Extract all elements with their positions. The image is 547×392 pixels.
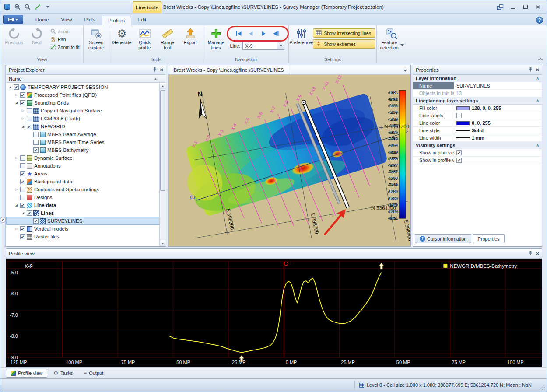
help-icon[interactable]: ?	[536, 17, 543, 24]
range-tool-button[interactable]: Range tool	[156, 26, 179, 52]
property-row-objects-in-this-layer[interactable]: Objects in this layer13	[413, 90, 542, 97]
name-column-header[interactable]: Name ▲	[6, 75, 166, 83]
expander-open-icon[interactable]: ◢	[21, 211, 25, 215]
checkbox[interactable]: ✔	[20, 203, 25, 208]
tab-cursor-information[interactable]: ?Cursor information	[415, 234, 471, 243]
close-icon[interactable]: ×	[536, 251, 539, 256]
scrollbar-thumb[interactable]	[160, 90, 165, 191]
tree-item-mbes-bathymetry[interactable]: ✔MBES-Bathymetry	[6, 146, 159, 154]
expander-closed-icon[interactable]: ▷	[14, 227, 19, 231]
generate-button[interactable]: ⚙ Generate	[111, 26, 133, 46]
first-line-button[interactable]	[234, 29, 244, 38]
tab-list-dropdown-icon[interactable]	[403, 67, 410, 73]
show-intersecting-lines-button[interactable]: Show intersecting lines	[313, 28, 375, 38]
zoom-button[interactable]: Zoom	[49, 28, 81, 35]
checkbox[interactable]	[20, 187, 25, 192]
checkbox[interactable]: ✔	[27, 124, 32, 129]
checkbox[interactable]	[27, 108, 32, 113]
feature-detection-button[interactable]: Feature detection	[378, 26, 405, 52]
checkbox[interactable]: ✔	[20, 92, 25, 98]
collapse-section-icon[interactable]: ∧	[536, 76, 539, 80]
tree-item-areas[interactable]: ✔★Areas	[6, 170, 159, 178]
tree-item-processed-point-files-qpd[interactable]: ▷✔Processed Point files (QPD)	[6, 91, 159, 99]
checkbox[interactable]	[20, 195, 25, 200]
combo-dropdown-button[interactable]	[277, 42, 284, 49]
collapse-section-icon[interactable]: ∧	[536, 143, 539, 147]
section-header-lineplanning-layer-settings[interactable]: Lineplanning layer settings∧	[413, 97, 542, 105]
next-line-button[interactable]	[258, 29, 269, 38]
screen-capture-button[interactable]: Screen capture	[85, 26, 108, 52]
application-menu-button[interactable]	[3, 15, 23, 24]
tree-item-egm2008-earth[interactable]: ▷EGM2008 (Earth)	[6, 115, 159, 122]
quick-profile-button[interactable]: Quick profile	[133, 26, 156, 52]
next-button[interactable]: Next	[25, 26, 48, 46]
checkbox[interactable]	[20, 163, 25, 168]
expander-open-icon[interactable]: ◢	[14, 101, 19, 105]
line-combobox[interactable]: X-9	[242, 42, 284, 50]
tree-item-vertical-models[interactable]: ▷✔Vertical models	[6, 225, 159, 233]
tree-item-newgrid[interactable]: ◢✔NEWGRID	[6, 122, 159, 130]
checkbox[interactable]: ✔	[20, 171, 25, 176]
close-icon[interactable]: ×	[160, 67, 163, 73]
close-icon[interactable]: ×	[536, 67, 539, 73]
tree-item-mbes-beam-average[interactable]: MBES-Beam Average	[6, 130, 159, 138]
checkmark-icon[interactable]: ✔	[0, 217, 6, 223]
previous-line-button[interactable]	[246, 29, 256, 38]
checkbox[interactable]	[33, 132, 39, 137]
tree-item-mbes-beam-time-series[interactable]: MBES-Beam Time Series	[6, 138, 159, 146]
tree-item-temporary-project-session[interactable]: ◢✔TEMPORARY PROJECT SESSION	[6, 83, 159, 91]
collapse-section-icon[interactable]: ∧	[536, 98, 539, 103]
tree-item-annotations[interactable]: Annotations	[6, 162, 159, 170]
map-canvas[interactable]: CL X-1X-2X-3X-4X-5X-6X-7X-8X-9X-10X-11X-…	[168, 75, 410, 246]
checkbox[interactable]	[33, 140, 39, 145]
tab-home[interactable]: Home	[29, 15, 55, 25]
map-document-tab[interactable]: Brest Wrecks - Copy \Lines.qgfline \SURV…	[168, 65, 289, 74]
expander-closed-icon[interactable]: ▷	[14, 156, 19, 160]
checkbox[interactable]: ✔	[20, 179, 25, 184]
property-row-fill-color[interactable]: Fill color128, 0, 0, 255	[413, 105, 542, 112]
expander-closed-icon[interactable]: ▷	[14, 93, 19, 97]
property-row-show-in-plan-view[interactable]: Show in plan view✔	[413, 149, 542, 157]
zoom-out-icon[interactable]	[13, 3, 21, 11]
tree-item-dynamic-surface[interactable]: ▷Dynamic Surface	[6, 154, 159, 162]
tree-item-raster-files[interactable]: ✔Raster files	[6, 233, 159, 241]
property-row-line-color[interactable]: Line color0, 0, 255	[413, 119, 542, 127]
fit-extents-icon[interactable]	[33, 3, 42, 11]
tree-item-background-data[interactable]: ✔Background data	[6, 178, 159, 186]
checkbox[interactable]	[27, 116, 32, 121]
profile-chart[interactable]: -125 MP-100 MP-75 MP-50 MP-25 MP0 MP25 M…	[6, 259, 542, 367]
tree-item-copy-of-navigation-surface[interactable]: ▷Copy of Navigation Surface	[6, 107, 159, 115]
preferences-button[interactable]: Preferences	[290, 26, 313, 46]
checkbox[interactable]: ✔	[20, 100, 25, 105]
expander-open-icon[interactable]: ◢	[14, 203, 19, 207]
scroll-down-icon[interactable]: ▼	[160, 240, 166, 246]
resize-grip-icon[interactable]	[539, 384, 545, 390]
checkbox[interactable]: ✔	[20, 226, 25, 231]
expander-closed-icon[interactable]: ▷	[21, 117, 25, 120]
contextual-tab-line-tools[interactable]: Line tools	[133, 1, 161, 13]
zoom-in-icon[interactable]	[23, 3, 32, 11]
checkbox[interactable]: ✔	[27, 210, 32, 216]
last-line-button[interactable]	[270, 29, 281, 38]
tab-properties[interactable]: Properties	[473, 234, 504, 243]
checkbox[interactable]: ✔	[14, 84, 19, 90]
tab-plots[interactable]: Plots	[78, 15, 102, 25]
collapse-ribbon-button[interactable]	[538, 56, 543, 62]
tab-output[interactable]: ≡Output	[79, 369, 108, 378]
section-header-visibility-settings[interactable]: Visibility settings∧	[413, 142, 542, 149]
tree-item-sounding-grids[interactable]: ◢✔Sounding Grids	[6, 99, 159, 107]
expander-open-icon[interactable]: ◢	[7, 85, 12, 89]
tab-edit[interactable]: Edit	[131, 15, 152, 25]
tree-item-contours-and-spotsoundings[interactable]: ▷Contours and Spotsoundings	[6, 186, 159, 193]
quick-access-dropdown-icon[interactable]	[43, 3, 52, 11]
property-row-hide-labels[interactable]: Hide labels	[413, 112, 542, 119]
tab-profiles[interactable]: Profiles	[102, 16, 131, 25]
manage-lines-button[interactable]: Manage lines	[205, 26, 228, 52]
tab-profile-view[interactable]: Profile view	[6, 369, 47, 378]
tab-tasks[interactable]: ⚙Tasks	[49, 369, 77, 378]
expander-closed-icon[interactable]: ▷	[21, 109, 25, 112]
expander-closed-icon[interactable]: ▷	[14, 188, 19, 191]
checkbox[interactable]: ✔	[33, 218, 39, 224]
expander-open-icon[interactable]: ◢	[21, 125, 25, 128]
tree-item-designs[interactable]: Designs	[6, 193, 159, 201]
